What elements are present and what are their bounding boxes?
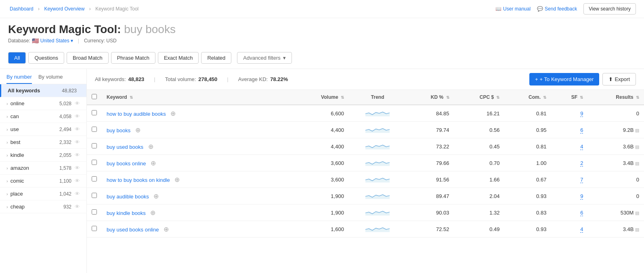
keyword-link[interactable]: buy used books [107,144,143,150]
send-feedback-link[interactable]: 💬 Send feedback [537,6,577,12]
sf-link[interactable]: 6 [580,127,583,133]
header-results[interactable]: Results ⇅ [588,90,644,105]
user-manual-link[interactable]: 📖 User manual [495,6,531,12]
eye-icon[interactable]: 👁 [75,126,80,132]
stat-total-volume: Total volume: 278,450 [165,76,218,82]
sf-link[interactable]: 4 [580,144,583,150]
volume-value: 3,600 [294,155,349,171]
eye-icon[interactable]: 👁 [75,113,80,119]
sidebar-item-kindle[interactable]: › kindle 2,055 👁 [0,149,86,162]
sf-value: 6 [551,204,588,221]
eye-icon[interactable]: 👁 [75,204,80,210]
keyword-link[interactable]: buy used books online [107,227,159,233]
row-checkbox[interactable] [87,105,102,122]
eye-icon[interactable]: 👁 [75,152,80,158]
tab-related[interactable]: Related [201,52,231,64]
keyword-link[interactable]: buy kindle books [107,210,146,216]
row-checkbox[interactable] [87,155,102,171]
header-keyword[interactable]: Keyword ⇅ [102,90,294,105]
header-volume[interactable]: Volume ⇅ [294,90,349,105]
sf-link[interactable]: 9 [580,193,583,200]
sidebar-item-amazon[interactable]: › amazon 1,578 👁 [0,162,86,175]
header-kd[interactable]: KD % ⇅ [406,90,454,105]
sidebar-item-online[interactable]: › online 5,028 👁 [0,97,86,110]
header-checkbox[interactable] [87,90,102,105]
eye-icon[interactable]: 👁 [75,165,80,171]
kd-value: 79.74 [406,122,454,138]
page-title: Keyword Magic Tool: buy books [8,23,636,36]
sf-link[interactable]: 7 [580,177,583,183]
add-to-list-button[interactable]: ⊕ [148,143,153,150]
advanced-filters-dropdown[interactable]: Advanced filters ▾ [237,52,292,64]
database-selector[interactable]: United States ▾ [40,38,73,44]
com-value: 1.00 [504,155,551,171]
row-checkbox[interactable] [87,221,102,238]
cpc-value: 1.32 [454,204,505,221]
breadcrumb-dashboard[interactable]: Dashboard [10,6,34,12]
results-icon: ▤ [635,144,639,149]
row-checkbox[interactable] [87,188,102,204]
to-keyword-manager-button[interactable]: + + To Keyword Manager [529,73,599,85]
cpc-value: 0.70 [454,155,505,171]
cpc-value: 16.21 [454,105,505,122]
sidebar-item-best[interactable]: › best 2,332 👁 [0,136,86,149]
add-to-list-button[interactable]: ⊕ [174,176,180,183]
sf-link[interactable]: 2 [580,160,583,167]
header-cpc[interactable]: CPC $ ⇅ [454,90,505,105]
row-checkbox[interactable] [87,122,102,138]
add-to-list-button[interactable]: ⊕ [151,160,156,167]
view-search-history-button[interactable]: View search history [583,3,636,15]
breadcrumb-keyword-overview[interactable]: Keyword Overview [44,6,84,12]
eye-icon[interactable]: 👁 [75,139,80,145]
add-to-list-button[interactable]: ⊕ [164,226,169,233]
cpc-value: 0.49 [454,221,505,238]
keyword-link[interactable]: buy books [107,127,130,133]
eye-icon[interactable]: 👁 [75,191,80,197]
com-value: 0.81 [504,105,551,122]
add-to-list-button[interactable]: ⊕ [150,209,155,216]
row-checkbox[interactable] [87,171,102,188]
table-row: buy books ⊕ 4,400 79.74 0.56 0.95 6 9.2B… [87,122,644,138]
volume-value: 6,600 [294,105,349,122]
cpc-value: 2.04 [454,188,505,204]
export-button[interactable]: ⬆ Export [602,73,636,85]
row-checkbox[interactable] [87,204,102,221]
tab-questions[interactable]: Questions [28,52,64,64]
add-to-list-button[interactable]: ⊕ [153,193,159,200]
keyword-link[interactable]: how to buy audible books [107,111,166,117]
sidebar-item-use[interactable]: › use 2,494 👁 [0,123,86,136]
tab-exact-match[interactable]: Exact Match [158,52,199,64]
table-header: Keyword ⇅ Volume ⇅ Trend KD % ⇅ CPC $ ⇅ [87,90,644,105]
table-container: Keyword ⇅ Volume ⇅ Trend KD % ⇅ CPC $ ⇅ [87,90,644,273]
kd-value: 72.52 [406,221,454,238]
tab-broad-match[interactable]: Broad Match [67,52,109,64]
sidebar-item-all[interactable]: All keywords 48,823 [0,84,86,97]
keyword-cell: buy books ⊕ [102,122,294,138]
add-to-list-button[interactable]: ⊕ [170,110,176,117]
sidebar-item-comic[interactable]: › comic 1,100 👁 [0,175,86,188]
add-to-list-button[interactable]: ⊕ [135,127,141,133]
keyword-link[interactable]: how to buy books on kindle [107,177,170,183]
header-com[interactable]: Com. ⇅ [504,90,551,105]
cpc-value: 0.56 [454,122,505,138]
tab-phrase-match[interactable]: Phrase Match [111,52,155,64]
sf-link[interactable]: 4 [580,226,583,233]
sidebar-item-can[interactable]: › can 4,058 👁 [0,110,86,123]
keyword-link[interactable]: buy audible books [107,194,149,200]
sort-tabs: By number By volume [0,69,86,84]
sidebar-item-cheap[interactable]: › cheap 932 👁 [0,200,86,213]
sidebar-item-place[interactable]: › place 1,042 👁 [0,188,86,200]
header-sf[interactable]: SF ⇅ [551,90,588,105]
chevron-down-icon: ▾ [71,38,73,44]
sf-link[interactable]: 9 [580,110,583,117]
sort-by-number[interactable]: By number [6,74,32,84]
stats-bar: All keywords: 48,823 | Total volume: 278… [87,69,644,90]
sort-by-volume[interactable]: By volume [38,74,63,84]
trend-sparkline [349,122,406,138]
eye-icon[interactable]: 👁 [75,178,80,184]
sf-link[interactable]: 6 [580,210,583,216]
keyword-link[interactable]: buy books online [107,160,146,167]
eye-icon[interactable]: 👁 [75,100,80,106]
row-checkbox[interactable] [87,138,102,155]
tab-all[interactable]: All [8,52,26,64]
